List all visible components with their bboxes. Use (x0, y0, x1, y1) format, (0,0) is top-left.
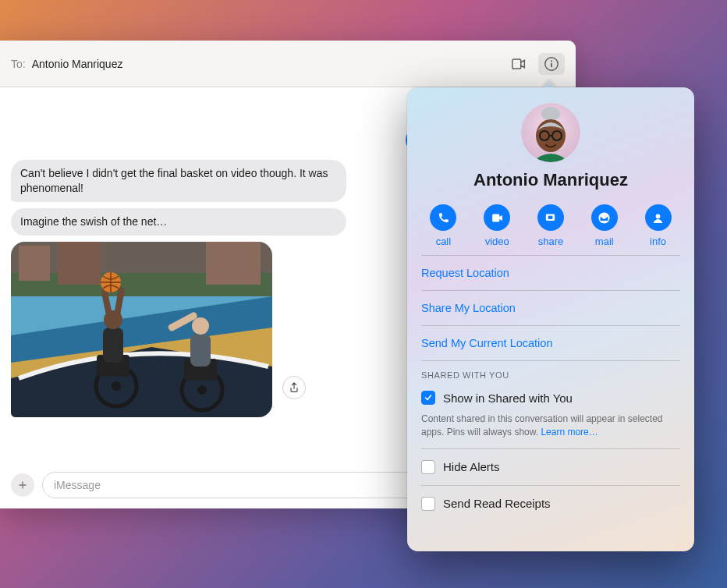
incoming-message-bubble[interactable]: Can't believe I didn't get the final bas… (11, 160, 346, 202)
svg-point-24 (192, 317, 209, 335)
share-attachment-button[interactable] (282, 376, 306, 399)
recipient-name[interactable]: Antonio Manriquez (32, 58, 123, 70)
svg-point-27 (541, 107, 560, 121)
info-circle-icon (543, 55, 560, 73)
basketball-photo-icon (11, 242, 272, 417)
share-action-label: share (538, 236, 564, 247)
show-in-shared-with-you-row[interactable]: Show in Shared with You (421, 380, 680, 411)
share-arrow-icon (288, 381, 300, 394)
send-read-receipts-checkbox[interactable] (421, 497, 435, 511)
share-my-location-link[interactable]: Share My Location (421, 291, 680, 325)
conversation-titlebar: To: Antonio Manriquez (0, 41, 576, 87)
plus-icon (16, 479, 29, 491)
learn-more-link[interactable]: Learn more… (541, 427, 598, 437)
contact-name-heading: Antonio Manriquez (407, 170, 694, 190)
hide-alerts-checkbox[interactable] (421, 460, 435, 474)
checkmark-icon (424, 393, 433, 402)
video-icon (491, 211, 504, 225)
person-info-icon (651, 211, 665, 225)
show-in-shared-with-you-checkbox[interactable] (421, 391, 435, 405)
shared-with-you-hint: Content shared in this conversation will… (421, 411, 680, 448)
send-read-receipts-label: Send Read Receipts (443, 497, 551, 510)
svg-rect-9 (19, 246, 50, 281)
hide-alerts-row[interactable]: Hide Alerts (421, 449, 680, 485)
mail-action[interactable]: mail (581, 204, 628, 247)
svg-rect-10 (58, 242, 101, 285)
phone-icon (437, 211, 450, 225)
call-action[interactable]: call (420, 204, 466, 247)
show-in-shared-with-you-label: Show in Shared with You (443, 391, 573, 405)
screen-share-icon (544, 211, 557, 225)
video-action[interactable]: video (473, 204, 520, 247)
contact-avatar[interactable] (521, 103, 580, 162)
request-location-link[interactable]: Request Location (421, 256, 680, 290)
mail-action-label: mail (595, 236, 614, 247)
share-action[interactable]: share (527, 204, 574, 247)
details-popover: Antonio Manriquez call video share mail … (407, 87, 694, 551)
contact-action-row: call video share mail info (407, 190, 694, 255)
svg-rect-11 (206, 242, 261, 285)
svg-rect-33 (548, 215, 553, 218)
video-action-label: video (485, 236, 509, 247)
incoming-photo-attachment[interactable] (11, 242, 272, 417)
envelope-icon (598, 211, 611, 225)
hide-alerts-label: Hide Alerts (443, 460, 500, 473)
details-info-button[interactable] (538, 53, 565, 75)
svg-rect-23 (190, 334, 211, 367)
info-action[interactable]: info (635, 204, 682, 247)
svg-point-21 (197, 385, 207, 395)
svg-point-1 (551, 60, 552, 62)
svg-point-13 (112, 381, 121, 391)
apps-plus-button[interactable] (11, 473, 34, 497)
video-camera-icon (510, 55, 527, 73)
info-action-label: info (650, 236, 666, 247)
facetime-video-button[interactable] (505, 53, 532, 75)
to-label: To: (11, 58, 26, 70)
svg-point-35 (656, 214, 661, 218)
memoji-avatar-icon (521, 103, 580, 162)
incoming-message-bubble[interactable]: Imagine the swish of the net… (11, 208, 346, 236)
svg-rect-2 (551, 62, 552, 67)
send-current-location-link[interactable]: Send My Current Location (421, 326, 680, 360)
svg-rect-15 (103, 328, 123, 363)
shared-with-you-header: SHARED WITH YOU (421, 361, 680, 380)
call-action-label: call (436, 236, 452, 247)
send-read-receipts-row[interactable]: Send Read Receipts (421, 486, 680, 511)
